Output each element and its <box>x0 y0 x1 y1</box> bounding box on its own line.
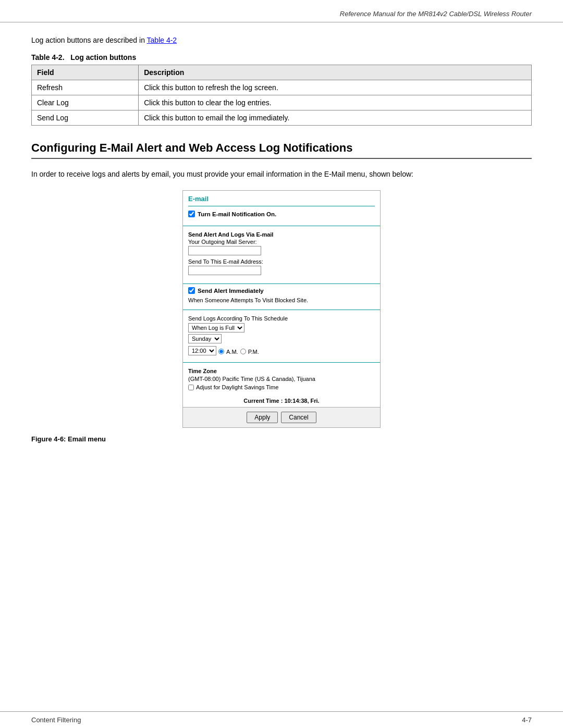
send-alert-checkbox[interactable] <box>188 287 195 294</box>
dst-checkbox-row: Adjust for Daylight Savings Time <box>188 384 375 390</box>
dst-checkbox[interactable] <box>188 385 194 390</box>
table-caption: Table 4-2. Log action buttons <box>31 53 532 61</box>
col-header-field: Field <box>32 65 139 80</box>
page-content: Log action buttons are described in Tabl… <box>0 22 563 711</box>
table-cell-field: Clear Log <box>32 95 139 110</box>
footer-right: 4-7 <box>522 716 532 724</box>
table-header-row: Field Description <box>32 65 532 80</box>
timezone-section: Time Zone (GMT-08:00) Pacific Time (US &… <box>183 366 380 396</box>
email-menu-container: E-mail Turn E-mail Notification On. Send… <box>31 190 532 428</box>
header-title: Reference Manual for the MR814v2 Cable/D… <box>340 10 532 18</box>
page-header: Reference Manual for the MR814v2 Cable/D… <box>0 0 563 22</box>
table-link[interactable]: Table 4-2 <box>147 36 177 44</box>
email-menu-header: E-mail Turn E-mail Notification On. <box>183 191 380 223</box>
log-action-table: Field Description RefreshClick this butt… <box>31 65 532 126</box>
email-menu-box: E-mail Turn E-mail Notification On. Send… <box>182 190 381 428</box>
send-section-title: Send Alert And Logs Via E-mail <box>188 231 375 238</box>
pm-label: P.M. <box>248 349 259 355</box>
apply-button[interactable]: Apply <box>247 412 278 423</box>
email-title-divider <box>188 206 375 206</box>
timezone-section-label: Time Zone <box>188 368 375 374</box>
table-cell-description: Click this button to email the log immed… <box>139 110 532 126</box>
time-row: 12:00 A.M. P.M. <box>188 346 375 357</box>
page-footer: Content Filtering 4-7 <box>0 711 563 728</box>
am-label: A.M. <box>226 349 238 355</box>
send-section: Send Alert And Logs Via E-mail Your Outg… <box>183 229 380 280</box>
body-paragraph: In order to receive logs and alerts by e… <box>31 168 532 180</box>
table-row: Clear LogClick this button to clear the … <box>32 95 532 110</box>
intro-text: Log action buttons are described in <box>31 36 147 44</box>
cancel-button[interactable]: Cancel <box>281 412 316 423</box>
send-alert-checkbox-label: Send Alert Immediately <box>198 288 264 294</box>
table-cell-description: Click this button to clear the log entri… <box>139 95 532 110</box>
send-alert-checkbox-row: Send Alert Immediately <box>188 287 375 294</box>
schedule-select[interactable]: When Log is Full <box>188 323 244 332</box>
day-select[interactable]: Sunday <box>188 334 222 343</box>
dst-checkbox-label: Adjust for Daylight Savings Time <box>196 384 278 390</box>
send-to-label: Send To This E-mail Address: <box>188 258 375 265</box>
table-caption-title: Log action buttons <box>70 53 136 61</box>
schedule-label: Send Logs According To This Schedule <box>188 315 375 322</box>
table-cell-field: Refresh <box>32 80 139 95</box>
email-menu-buttons: Apply Cancel <box>183 408 380 427</box>
table-row: Send LogClick this button to email the l… <box>32 110 532 126</box>
table-cell-description: Click this button to refresh the log scr… <box>139 80 532 95</box>
page-container: Reference Manual for the MR814v2 Cable/D… <box>0 0 563 728</box>
notification-checkbox-row: Turn E-mail Notification On. <box>188 211 375 217</box>
time-select[interactable]: 12:00 <box>188 346 216 355</box>
am-radio[interactable] <box>218 349 224 354</box>
pm-radio[interactable] <box>240 349 246 354</box>
col-header-description: Description <box>139 65 532 80</box>
send-to-input[interactable]: jsmith@myisp.com <box>188 266 261 275</box>
email-menu-title: E-mail <box>188 195 375 203</box>
timezone-value: (GMT-08:00) Pacific Time (US & Canada), … <box>188 376 375 382</box>
current-time-display: Current Time : 10:14:38, Fri. <box>183 396 380 407</box>
blocked-site-text: When Someone Attempts To Visit Blocked S… <box>188 297 375 303</box>
send-alert-section: Send Alert Immediately When Someone Atte… <box>183 287 380 306</box>
notification-checkbox[interactable] <box>188 211 195 217</box>
section-divider-2 <box>183 283 380 284</box>
intro-paragraph: Log action buttons are described in Tabl… <box>31 35 532 46</box>
schedule-section: Send Logs According To This Schedule Whe… <box>183 313 380 359</box>
section-divider-4 <box>183 362 380 363</box>
table-row: RefreshClick this button to refresh the … <box>32 80 532 95</box>
section-divider-3 <box>183 310 380 310</box>
section-heading: Configuring E-Mail Alert and Web Access … <box>31 141 532 159</box>
section-divider-1 <box>183 226 380 226</box>
figure-caption: Figure 4-6: Email menu <box>31 435 532 443</box>
table-cell-field: Send Log <box>32 110 139 126</box>
table-caption-label: Table 4-2. <box>31 53 65 61</box>
outgoing-mail-label: Your Outgoing Mail Server: <box>188 239 375 245</box>
outgoing-mail-input[interactable]: mail.myisp.com <box>188 246 261 255</box>
footer-left: Content Filtering <box>31 716 81 724</box>
notification-checkbox-label: Turn E-mail Notification On. <box>198 211 276 217</box>
